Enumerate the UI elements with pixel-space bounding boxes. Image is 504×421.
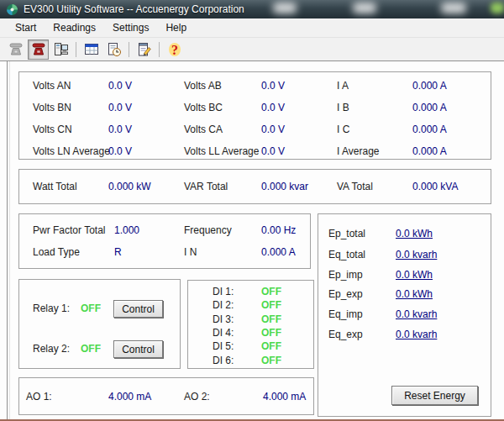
client-left-edge	[9, 61, 10, 419]
di2-status: OFF	[261, 299, 281, 311]
menu-help[interactable]: Help	[157, 19, 195, 36]
load-type-label: Load Type	[33, 246, 114, 258]
toolbar-separator	[159, 42, 160, 57]
di5-status: OFF	[261, 340, 281, 352]
reading-row: Watt Total 0.000 kW VAR Total 0.000 kvar…	[19, 170, 491, 203]
current-n-value: 0.000 A	[261, 246, 310, 258]
watt-total-label: Watt Total	[33, 181, 108, 192]
relay2-status: OFF	[81, 343, 101, 355]
volts-ab-label: Volts AB	[184, 80, 261, 92]
current-avg-label: I Average	[337, 145, 412, 157]
di6-status: OFF	[261, 355, 281, 366]
menu-bar: Start Readings Settings Help	[0, 18, 504, 38]
volts-ab-value: 0.0 V	[261, 80, 337, 92]
toolbar: ?	[0, 38, 504, 61]
eq-total-label: Eq_total	[328, 249, 365, 260]
reading-row: Volts CN 0.0 V Volts CA 0.0 V I C 0.000 …	[19, 118, 491, 140]
energy-row: Eq_total 0.0 kvarh	[328, 249, 480, 262]
eq-exp-value[interactable]: 0.0 kvarh	[396, 329, 437, 340]
eq-imp-value[interactable]: 0.0 kvarh	[396, 308, 437, 320]
ao1-label: AO 1:	[26, 391, 52, 403]
reading-row: Volts LN Average 0.0 V Volts LL Average …	[19, 140, 491, 162]
reading-row: Volts AN 0.0 V Volts AB 0.0 V I A 0.000 …	[19, 75, 491, 97]
relay1-status: OFF	[81, 303, 101, 314]
ep-exp-label: Ep_exp	[328, 288, 363, 300]
ep-exp-value[interactable]: 0.0 kWh	[396, 288, 433, 300]
relay2-label: Relay 2:	[33, 343, 70, 355]
relay1-control-button[interactable]: Control	[113, 300, 163, 318]
reading-row: Load Type R I N 0.000 A	[19, 241, 310, 263]
titlebar-reflection	[273, 3, 297, 13]
disconnect-button[interactable]	[5, 39, 26, 60]
client-left-edge	[7, 61, 8, 419]
relay-panel: Relay 1: OFF Control Relay 2: OFF Contro…	[18, 279, 181, 369]
connect-button[interactable]	[28, 39, 49, 60]
eq-imp-label: Eq_imp	[328, 308, 363, 320]
current-c-label: I C	[337, 124, 412, 135]
volts-bc-value: 0.0 V	[261, 102, 337, 113]
current-a-value: 0.000 A	[412, 80, 491, 92]
va-total-label: VA Total	[337, 181, 412, 192]
toolbar-separator	[129, 42, 129, 57]
relay2-control-button[interactable]: Control	[113, 340, 163, 358]
load-type-value: R	[114, 246, 184, 258]
help-button[interactable]: ?	[164, 39, 185, 60]
current-b-value: 0.000 A	[412, 102, 491, 113]
var-total-label: VAR Total	[184, 181, 261, 192]
device-readings-button[interactable]	[50, 39, 71, 60]
current-n-label: I N	[184, 246, 261, 258]
pwr-factor-value: 1.000	[114, 224, 184, 236]
volts-ll-avg-value: 0.0 V	[261, 145, 337, 157]
eq-total-value[interactable]: 0.0 kvarh	[396, 249, 437, 260]
volts-ln-avg-label: Volts LN Average	[33, 145, 108, 157]
analog-outputs-panel: AO 1: 4.000 mA AO 2: 4.000 mA	[18, 377, 314, 415]
client-area: Volts AN 0.0 V Volts AB 0.0 V I A 0.000 …	[0, 61, 504, 419]
help-question-icon: ?	[166, 41, 183, 58]
di-row: DI 3: OFF	[188, 313, 313, 326]
di-row: DI 5: OFF	[188, 339, 313, 353]
titlebar-reflection	[441, 3, 466, 13]
digital-inputs-panel: DI 1: OFF DI 2: OFF DI 3: OFF DI 4: OFF …	[187, 280, 314, 369]
ao2-label: AO 2:	[184, 391, 210, 403]
ep-total-value[interactable]: 0.0 kWh	[396, 228, 433, 239]
data-window-button[interactable]	[81, 39, 102, 60]
di1-status: OFF	[261, 286, 281, 297]
app-window: EV300 Utility Software -- Accuenergy Cor…	[0, 0, 504, 421]
di-row: DI 4: OFF	[188, 326, 313, 339]
current-c-value: 0.000 A	[412, 124, 491, 135]
window-title: EV300 Utility Software -- Accuenergy Cor…	[24, 3, 244, 15]
reset-energy-button[interactable]: Reset Energy	[391, 386, 478, 405]
current-b-label: I B	[337, 102, 412, 113]
volts-cn-value: 0.0 V	[108, 124, 184, 135]
relay1-label: Relay 1:	[33, 303, 70, 314]
history-log-button[interactable]	[103, 39, 124, 60]
menu-readings[interactable]: Readings	[45, 19, 104, 36]
pwr-factor-label: Pwr Factor Total	[33, 224, 114, 236]
di1-label: DI 1:	[213, 286, 261, 297]
di4-status: OFF	[261, 327, 281, 339]
ao1-value: 4.000 mA	[108, 391, 151, 403]
di3-status: OFF	[261, 313, 281, 325]
volts-bc-label: Volts BC	[184, 102, 261, 113]
di-row: DI 6: OFF	[188, 353, 313, 366]
menu-settings[interactable]: Settings	[104, 19, 157, 36]
voltage-current-panel: Volts AN 0.0 V Volts AB 0.0 V I A 0.000 …	[18, 71, 491, 160]
settings-edit-button[interactable]	[134, 39, 155, 60]
energy-panel: Ep_total 0.0 kWh Eq_total 0.0 kvarh Ep_i…	[318, 213, 491, 417]
device-terminal-icon	[53, 41, 70, 58]
connect-phone-icon	[30, 41, 47, 58]
ep-imp-value[interactable]: 0.0 kWh	[396, 269, 433, 281]
energy-row: Ep_imp 0.0 kWh	[328, 269, 480, 282]
app-icon	[6, 3, 18, 16]
volts-an-label: Volts AN	[33, 80, 108, 92]
energy-row: Ep_total 0.0 kWh	[328, 228, 480, 241]
svg-text:?: ?	[171, 42, 178, 56]
di3-label: DI 3:	[213, 313, 261, 325]
edit-notepad-icon	[136, 41, 153, 58]
menu-start[interactable]: Start	[7, 19, 45, 36]
energy-row: Ep_exp 0.0 kWh	[328, 288, 480, 302]
di-row: DI 1: OFF	[188, 285, 313, 298]
toolbar-separator	[76, 42, 76, 57]
titlebar-reflection	[353, 3, 376, 13]
volts-ca-value: 0.0 V	[261, 124, 337, 135]
